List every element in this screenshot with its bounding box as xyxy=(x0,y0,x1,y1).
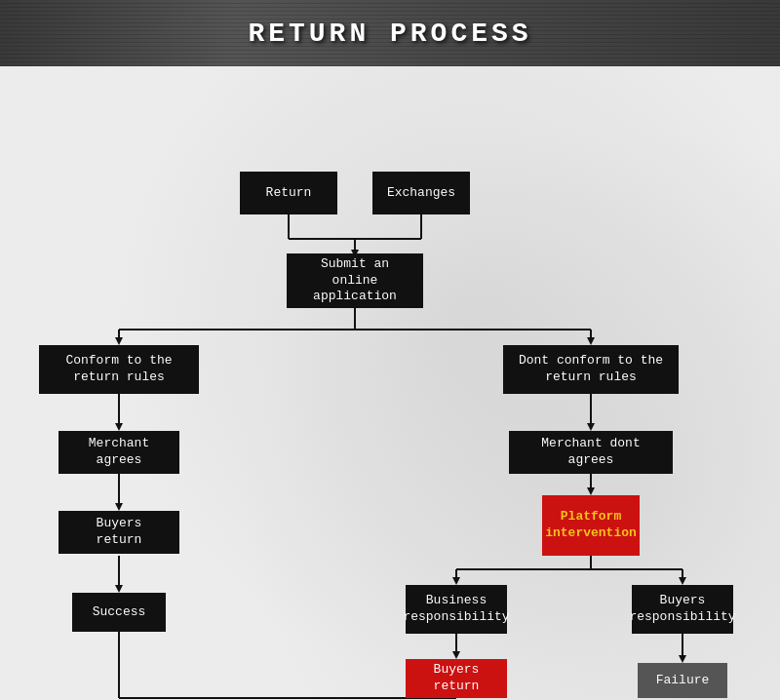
svg-marker-22 xyxy=(587,423,595,431)
svg-marker-28 xyxy=(452,577,460,585)
svg-marker-30 xyxy=(679,577,686,585)
svg-marker-8 xyxy=(115,337,123,345)
business-resp-box: Business responsibility xyxy=(406,585,507,634)
svg-marker-16 xyxy=(115,585,123,593)
svg-marker-34 xyxy=(679,655,686,663)
svg-marker-10 xyxy=(587,337,595,345)
merchant-dont-box: Merchant dont agrees xyxy=(509,431,673,474)
submit-box: Submit an online application xyxy=(287,253,423,308)
success-box: Success xyxy=(72,593,166,632)
buyers-return-left-box: Buyers return xyxy=(58,511,179,554)
platform-intervention-box: Platform intervention xyxy=(542,495,640,556)
svg-marker-24 xyxy=(587,487,595,495)
header: RETURN PROCESS xyxy=(0,0,780,66)
merchant-agrees-box: Merchant agrees xyxy=(58,431,179,474)
exchanges-box: Exchanges xyxy=(372,172,470,214)
return-box: Return xyxy=(240,172,337,214)
failure-box: Failure xyxy=(638,663,727,698)
buyers-return-right-box: Buyers return xyxy=(406,659,507,698)
conform-box: Conform to the return rules xyxy=(39,345,199,394)
page-title: RETURN PROCESS xyxy=(248,19,531,49)
diagram-area: Return Exchanges Submit an online applic… xyxy=(0,66,780,700)
svg-marker-14 xyxy=(115,503,123,511)
svg-marker-12 xyxy=(115,423,123,431)
buyers-resp-box: Buyers responsibility xyxy=(632,585,733,634)
svg-marker-32 xyxy=(452,651,460,659)
dont-conform-box: Dont conform to the return rules xyxy=(503,345,679,394)
